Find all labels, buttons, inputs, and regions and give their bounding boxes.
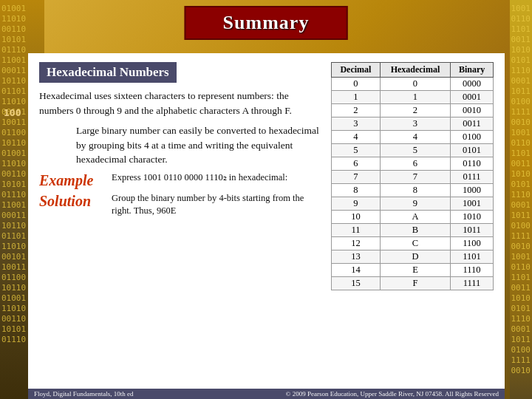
table-cell-11-0: 11 xyxy=(332,224,381,237)
table-cell-8-0: 8 xyxy=(332,184,381,197)
section-heading: Hexadecimal Numbers xyxy=(39,62,177,83)
table-row: 550101 xyxy=(332,144,494,157)
side-number: 100 xyxy=(4,107,21,118)
table-row: 660110 xyxy=(332,157,494,171)
footer: Floyd, Digital Fundamentals, 10th ed © 2… xyxy=(28,389,505,399)
table-cell-2-0: 2 xyxy=(332,104,381,117)
table-row: 330011 xyxy=(332,117,494,131)
table-cell-12-0: 12 xyxy=(332,237,381,250)
table-cell-8-2: 1000 xyxy=(451,184,494,197)
table-cell-1-2: 0001 xyxy=(451,91,494,104)
table-cell-6-1: 6 xyxy=(380,157,450,171)
table-row: 000000 xyxy=(332,78,494,91)
right-column: Decimal Hexadecimal Binary 0000001100012… xyxy=(331,62,494,383)
table-cell-4-2: 0100 xyxy=(451,131,494,144)
table-cell-11-2: 1011 xyxy=(451,224,494,237)
table-cell-8-1: 8 xyxy=(380,184,450,197)
table-cell-1-0: 1 xyxy=(332,91,381,104)
table-cell-11-1: B xyxy=(380,224,450,237)
table-cell-15-0: 15 xyxy=(332,277,381,290)
table-row: 12C1100 xyxy=(332,237,494,250)
col-header-hexadecimal: Hexadecimal xyxy=(380,63,450,78)
hex-table: Decimal Hexadecimal Binary 0000001100012… xyxy=(331,62,494,290)
table-cell-13-0: 13 xyxy=(332,250,381,264)
table-cell-9-0: 9 xyxy=(332,197,381,211)
table-cell-0-2: 0000 xyxy=(451,78,494,91)
body-text-2: Large binary number can easily be conver… xyxy=(39,123,320,167)
table-row: 881000 xyxy=(332,184,494,197)
table-row: 991001 xyxy=(332,197,494,211)
example-text: Express 1001 0110 0000 1110₂ in hexadeci… xyxy=(112,171,320,185)
table-cell-12-1: C xyxy=(380,237,450,250)
table-cell-15-1: F xyxy=(380,277,450,290)
table-cell-7-2: 0111 xyxy=(451,171,494,184)
table-cell-10-0: 10 xyxy=(332,211,381,224)
table-cell-14-0: 14 xyxy=(332,264,381,277)
table-cell-0-0: 0 xyxy=(332,78,381,91)
footer-left: Floyd, Digital Fundamentals, 10th ed xyxy=(34,390,134,398)
footer-right: © 2009 Pearson Education, Upper Saddle R… xyxy=(286,390,499,398)
example-row: Example Express 1001 0110 0000 1110₂ in … xyxy=(39,171,320,189)
table-cell-4-0: 4 xyxy=(332,131,381,144)
table-row: 11B1011 xyxy=(332,224,494,237)
table-row: 10A1010 xyxy=(332,211,494,224)
binary-decoration-right: 1001 0110 1101 0011 1010 0101 1110 0001 … xyxy=(506,0,532,399)
body-text-1: Hexadecimal uses sixteen characters to r… xyxy=(39,89,320,117)
solution-label: Solution xyxy=(39,192,106,210)
left-column: Hexadecimal Numbers Hexadecimal uses six… xyxy=(39,62,324,383)
table-cell-10-2: 1010 xyxy=(451,211,494,224)
table-cell-13-2: 1101 xyxy=(451,250,494,264)
table-cell-10-1: A xyxy=(380,211,450,224)
table-cell-15-2: 1111 xyxy=(451,277,494,290)
table-row: 770111 xyxy=(332,171,494,184)
solution-row: Solution Group the binary number by 4-bi… xyxy=(39,192,320,218)
table-row: 13D1101 xyxy=(332,250,494,264)
table-cell-1-1: 1 xyxy=(380,91,450,104)
table-cell-5-1: 5 xyxy=(380,144,450,157)
table-cell-2-1: 2 xyxy=(380,104,450,117)
table-cell-3-0: 3 xyxy=(332,117,381,131)
col-header-decimal: Decimal xyxy=(332,63,381,78)
table-cell-3-2: 0011 xyxy=(451,117,494,131)
col-header-binary: Binary xyxy=(451,63,494,78)
table-cell-9-1: 9 xyxy=(380,197,450,211)
title-banner: Summary xyxy=(185,6,348,40)
table-cell-5-2: 0101 xyxy=(451,144,494,157)
table-cell-14-2: 1110 xyxy=(451,264,494,277)
inner-layout: Hexadecimal Numbers Hexadecimal uses six… xyxy=(39,62,494,383)
table-cell-4-1: 4 xyxy=(380,131,450,144)
solution-text: Group the binary number by 4-bits starti… xyxy=(112,192,320,218)
table-row: 15F1111 xyxy=(332,277,494,290)
table-cell-14-1: E xyxy=(380,264,450,277)
table-cell-9-2: 1001 xyxy=(451,197,494,211)
content-area: Hexadecimal Numbers Hexadecimal uses six… xyxy=(28,53,505,389)
table-cell-12-2: 1100 xyxy=(451,237,494,250)
table-row: 440100 xyxy=(332,131,494,144)
table-cell-7-1: 7 xyxy=(380,171,450,184)
table-cell-6-2: 0110 xyxy=(451,157,494,171)
table-cell-13-1: D xyxy=(380,250,450,264)
table-row: 110001 xyxy=(332,91,494,104)
table-row: 14E1110 xyxy=(332,264,494,277)
table-cell-3-1: 3 xyxy=(380,117,450,131)
table-row: 220010 xyxy=(332,104,494,117)
table-cell-7-0: 7 xyxy=(332,171,381,184)
page-title: Summary xyxy=(223,12,310,34)
table-cell-6-0: 6 xyxy=(332,157,381,171)
example-label: Example xyxy=(39,171,106,189)
table-cell-0-1: 0 xyxy=(380,78,450,91)
table-cell-5-0: 5 xyxy=(332,144,381,157)
table-cell-2-2: 0010 xyxy=(451,104,494,117)
